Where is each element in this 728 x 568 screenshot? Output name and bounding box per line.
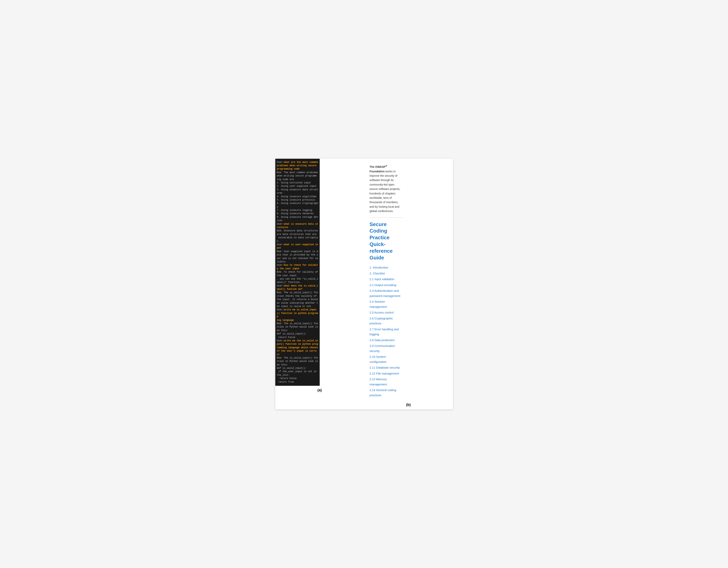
toc-item[interactable]: 2.3 Authentication and password manageme… bbox=[370, 288, 403, 298]
terminal-line: User:what are the most common problems w… bbox=[277, 161, 318, 171]
toc-link[interactable]: 2.2 Output encoding bbox=[370, 283, 396, 287]
intro-paragraph: The OWASP® Foundation works to improve t… bbox=[370, 164, 403, 213]
toc-link[interactable]: 2.14 General coding practices bbox=[370, 388, 396, 397]
toc-item[interactable]: 1. Introduction bbox=[370, 265, 403, 270]
toc-item[interactable]: 2.6 Cryptographic practices bbox=[370, 316, 403, 326]
toc-link[interactable]: 2.12 File management bbox=[370, 372, 399, 375]
terminal-line: User:what is unsecure data structures bbox=[277, 222, 318, 229]
label-b: (b) bbox=[364, 400, 453, 409]
toc-item[interactable]: 2.4 Session management bbox=[370, 299, 403, 309]
toc-link[interactable]: 2.7 Error handling and logging bbox=[370, 328, 399, 336]
toc-item[interactable]: 2.11 Database security bbox=[370, 365, 403, 370]
title-line1: Secure Coding Practice bbox=[370, 221, 390, 241]
terminal-line: 1. Using untrusted input bbox=[277, 181, 318, 184]
toc-item[interactable]: 2.12 File management bbox=[370, 371, 403, 376]
toc-item[interactable]: 2.1 Input validation bbox=[370, 276, 403, 282]
doc-title: Secure Coding Practice Quick-reference G… bbox=[370, 221, 403, 261]
table-of-contents: 1. Introduction2. Checklist2.1 Input val… bbox=[370, 265, 403, 398]
terminal-line: 7. Using insecure logging bbox=[277, 209, 318, 212]
toc-link[interactable]: 2.13 Memory management bbox=[370, 378, 387, 386]
terminal-line: Bob: To check for validity of the user i… bbox=[277, 270, 318, 284]
terminal-line: 5. Using insecure protocols bbox=[277, 198, 318, 202]
terminal-line: 8. Using insecure networks bbox=[277, 212, 318, 215]
terminal-line: 9. Using insecure storage devices bbox=[277, 215, 318, 222]
toc-link[interactable]: 2.4 Session management bbox=[370, 300, 387, 309]
toc-link[interactable]: 2.10 System configuration bbox=[370, 355, 387, 364]
toc-link[interactable]: 2.11 Database security bbox=[370, 366, 400, 369]
toc-link[interactable]: 2.5 Access control bbox=[370, 311, 394, 314]
toc-link[interactable]: 2.1 Input validation bbox=[370, 277, 394, 281]
terminal-line: User:what is user-supplied input bbox=[277, 243, 318, 250]
toc-item[interactable]: 2. Checklist bbox=[370, 271, 403, 276]
title-line2: Quick-reference Guide bbox=[370, 241, 393, 260]
terminal-line: 3. Using unsecure data structures bbox=[277, 188, 318, 195]
terminal-line: 6. Using insecure cryptography bbox=[277, 202, 318, 209]
toc-link[interactable]: 1. Introduction bbox=[370, 266, 388, 269]
terminal-line: Bob: The is_valid_input() function in Py… bbox=[277, 322, 318, 339]
toc-link[interactable]: 2.8 Data protection bbox=[370, 339, 395, 342]
terminal-panel: User:what are the most common problems w… bbox=[275, 159, 320, 386]
toc-item[interactable]: 2.7 Error handling and logging bbox=[370, 327, 403, 337]
toc-link[interactable]: 2.6 Cryptographic practices bbox=[370, 317, 393, 325]
terminal-line: Bob: The most common problems when writi… bbox=[277, 171, 318, 181]
terminal-line: Bob: User-supplied input is data that is… bbox=[277, 250, 318, 264]
toc-item[interactable]: 2.2 Output encoding bbox=[370, 282, 403, 288]
terminal-line: Bob: The is_valid_input() function in Py… bbox=[277, 356, 318, 384]
terminal-line: User:what does the is_valid_input() funt… bbox=[277, 284, 318, 291]
toc-item[interactable]: 2.5 Access control bbox=[370, 310, 403, 315]
terminal-line: User:write me the is_valid_input() funct… bbox=[277, 339, 318, 356]
toc-item[interactable]: 2.10 System configuration bbox=[370, 354, 403, 364]
terminal-line: 2. Using user-supplied input bbox=[277, 184, 318, 188]
toc-item[interactable]: 2.14 General coding practices bbox=[370, 388, 403, 398]
terminal-line: Bob: The is_valid_input() function check… bbox=[277, 291, 318, 308]
toc-item[interactable]: 2.8 Data protection bbox=[370, 338, 403, 343]
toc-item[interactable]: 2.9 Communication security bbox=[370, 343, 403, 354]
terminal-line: User:how to check for validity the user … bbox=[277, 263, 318, 270]
label-a: (a) bbox=[275, 386, 364, 395]
toc-link[interactable]: 2.9 Communication security bbox=[370, 344, 395, 353]
intro-text: works to improve the security of softwar… bbox=[370, 170, 400, 213]
toc-link[interactable]: 2. Checklist bbox=[370, 272, 385, 275]
terminal-line: 4. Using insecure algorithms bbox=[277, 195, 318, 198]
terminal-line: User:write me is_valid_input() function … bbox=[277, 308, 318, 322]
registered-mark: ® bbox=[385, 165, 387, 167]
terminal-line: Bob: Unsecure data structures are data s… bbox=[277, 229, 318, 243]
toc-item[interactable]: 2.13 Memory management bbox=[370, 377, 403, 387]
toc-link[interactable]: 2.3 Authentication and password manageme… bbox=[370, 289, 400, 298]
doc-panel: The OWASP® Foundation works to improve t… bbox=[364, 159, 409, 401]
